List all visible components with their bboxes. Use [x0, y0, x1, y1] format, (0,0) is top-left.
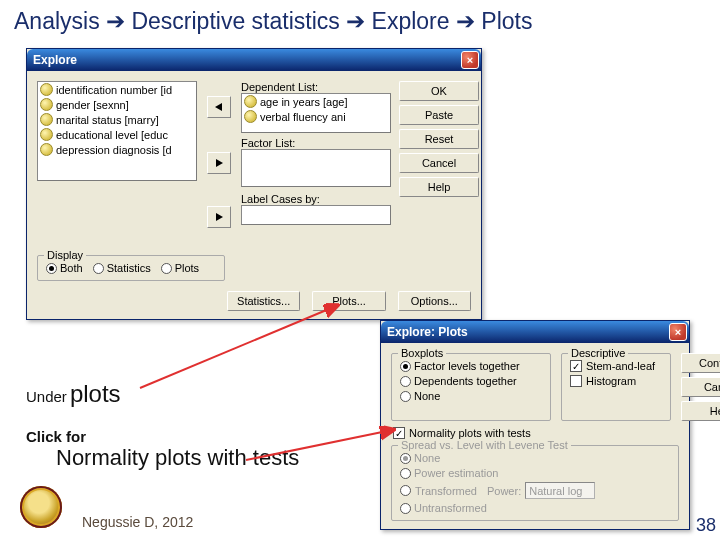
spread-none-radio: None [400, 452, 670, 464]
plots-button[interactable]: Plots... [312, 291, 385, 311]
factor-label: Factor List: [241, 137, 391, 149]
footer-author: Negussie D, 2012 [82, 514, 193, 530]
explore-titlebar[interactable]: Explore × [27, 49, 481, 71]
help-button[interactable]: Help [681, 401, 720, 421]
under-label: Under [26, 388, 67, 405]
explore-dialog: Explore × identification number [id gend… [26, 48, 482, 320]
breadcrumb-part: Analysis [14, 8, 100, 34]
boxplots-dependents-radio[interactable]: Dependents together [400, 375, 542, 387]
triangle-right-icon [214, 158, 224, 168]
footer-page: 38 [696, 515, 716, 536]
normality-checkbox[interactable]: ✓Normality plots with tests [393, 427, 679, 439]
spread-group: Spread vs. Level with Levene Test None P… [391, 445, 679, 521]
histogram-checkbox[interactable]: Histogram [570, 375, 662, 387]
descriptive-group: Descriptive ✓Stem-and-leaf Histogram [561, 353, 671, 421]
power-combobox: Natural log [525, 482, 595, 499]
spread-untransformed-radio: Untransformed [400, 502, 670, 514]
display-group: Display Both Statistics Plots [37, 255, 225, 281]
cancel-button[interactable]: Cancel [681, 377, 720, 397]
svg-marker-0 [215, 103, 222, 111]
options-button[interactable]: Options... [398, 291, 471, 311]
explore-plots-dialog: Explore: Plots × Boxplots Factor levels … [380, 320, 690, 530]
display-both-radio[interactable]: Both [46, 262, 83, 274]
dependent-list[interactable]: age in years [age] verbal fluency ani [241, 93, 391, 133]
variable-icon [40, 128, 53, 141]
source-var-list[interactable]: identification number [id gender [sexnn]… [37, 81, 197, 181]
reset-button[interactable]: Reset [399, 129, 479, 149]
plots-titlebar[interactable]: Explore: Plots × [381, 321, 689, 343]
labelcases-label: Label Cases by: [241, 193, 391, 205]
close-icon[interactable]: × [669, 323, 687, 341]
breadcrumb-part: Descriptive statistics [131, 8, 339, 34]
breadcrumb: Analysis ➔ Descriptive statistics ➔ Expl… [0, 0, 720, 35]
under-word: plots [70, 380, 121, 407]
continue-button[interactable]: Continue [681, 353, 720, 373]
explore-title: Explore [33, 53, 77, 67]
spread-legend: Spread vs. Level with Levene Test [398, 439, 571, 451]
display-plots-radio[interactable]: Plots [161, 262, 199, 274]
boxplots-group: Boxplots Factor levels together Dependen… [391, 353, 551, 421]
move-left-button[interactable] [207, 96, 231, 118]
labelcases-list[interactable] [241, 205, 391, 225]
display-legend: Display [44, 249, 86, 261]
variable-icon [40, 113, 53, 126]
arrow-right-icon: ➔ [106, 8, 125, 34]
arrow-right-icon: ➔ [346, 8, 365, 34]
variable-icon [40, 143, 53, 156]
normality-title: Normality plots with tests [56, 445, 299, 471]
factor-list[interactable] [241, 149, 391, 187]
variable-icon [40, 98, 53, 111]
stemleaf-checkbox[interactable]: ✓Stem-and-leaf [570, 360, 662, 372]
ok-button[interactable]: OK [399, 81, 479, 101]
under-plots-annotation: Under plots [26, 380, 121, 408]
boxplots-none-radio[interactable]: None [400, 390, 542, 402]
svg-marker-2 [216, 213, 223, 221]
paste-button[interactable]: Paste [399, 105, 479, 125]
triangle-right-icon [214, 212, 224, 222]
seal-icon [20, 486, 62, 528]
move-right-button[interactable] [207, 206, 231, 228]
variable-icon [244, 110, 257, 123]
boxplots-factor-radio[interactable]: Factor levels together [400, 360, 542, 372]
variable-icon [244, 95, 257, 108]
move-right-button[interactable] [207, 152, 231, 174]
boxplots-legend: Boxplots [398, 347, 446, 359]
spread-power-radio: Power estimation [400, 467, 670, 479]
svg-marker-1 [216, 159, 223, 167]
statistics-button[interactable]: Statistics... [227, 291, 300, 311]
dependent-label: Dependent List: [241, 81, 391, 93]
triangle-left-icon [214, 102, 224, 112]
plots-title: Explore: Plots [387, 325, 468, 339]
click-for-label: Click for [26, 428, 299, 445]
variable-icon [40, 83, 53, 96]
breadcrumb-part: Explore [372, 8, 450, 34]
descriptive-legend: Descriptive [568, 347, 628, 359]
power-label: Power: [487, 485, 521, 497]
arrow-right-icon: ➔ [456, 8, 475, 34]
help-button[interactable]: Help [399, 177, 479, 197]
display-stats-radio[interactable]: Statistics [93, 262, 151, 274]
click-for-annotation: Click for Normality plots with tests [26, 428, 299, 471]
cancel-button[interactable]: Cancel [399, 153, 479, 173]
breadcrumb-part: Plots [481, 8, 532, 34]
close-icon[interactable]: × [461, 51, 479, 69]
spread-transformed-radio: Transformed Power: Natural log [400, 482, 670, 499]
